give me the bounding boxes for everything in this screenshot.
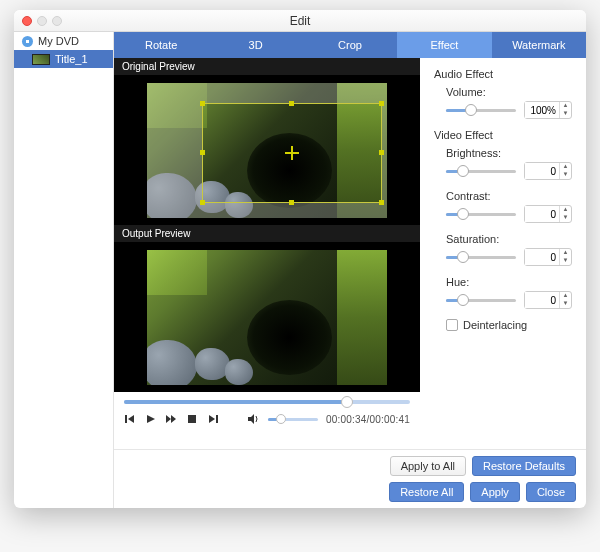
svg-rect-5: [188, 415, 196, 423]
restore-defaults-button[interactable]: Restore Defaults: [472, 456, 576, 476]
original-preview[interactable]: [114, 75, 420, 225]
svg-marker-6: [209, 415, 215, 423]
original-video-frame: [147, 83, 387, 218]
progress-slider[interactable]: [124, 400, 410, 404]
close-window-icon[interactable]: [22, 16, 32, 26]
tab-effect[interactable]: Effect: [397, 32, 491, 58]
video-effect-title: Video Effect: [434, 129, 572, 141]
crop-handle[interactable]: [200, 150, 205, 155]
window-title: Edit: [14, 14, 586, 28]
apply-button[interactable]: Apply: [470, 482, 520, 502]
audio-effect-title: Audio Effect: [434, 68, 572, 80]
sidebar: My DVD Title_1: [14, 32, 114, 508]
brightness-spinner[interactable]: ▲▼: [524, 162, 572, 180]
tab-crop[interactable]: Crop: [303, 32, 397, 58]
svg-marker-2: [147, 415, 155, 423]
fast-forward-button[interactable]: [165, 412, 178, 426]
stepper-down-icon[interactable]: ▼: [560, 171, 571, 179]
stepper-down-icon[interactable]: ▼: [560, 257, 571, 265]
svg-rect-0: [125, 415, 127, 423]
contrast-input[interactable]: [525, 206, 559, 222]
stepper-up-icon[interactable]: ▲: [560, 163, 571, 171]
volume-icon[interactable]: [248, 412, 261, 426]
sidebar-root-label: My DVD: [38, 35, 79, 47]
tab-3d[interactable]: 3D: [208, 32, 302, 58]
deinterlacing-checkbox[interactable]: [446, 319, 458, 331]
edit-window: Edit My DVD Title_1 Rotate 3D Crop Effec…: [14, 10, 586, 508]
effects-panel: Audio Effect Volume: ▲▼ Video Effect Bri…: [420, 58, 586, 449]
svg-marker-8: [248, 414, 254, 424]
volume-spinner[interactable]: ▲▼: [524, 101, 572, 119]
bottom-bar: Apply to All Restore Defaults Restore Al…: [114, 449, 586, 508]
disc-icon: [22, 36, 33, 47]
crop-handle[interactable]: [289, 200, 294, 205]
hue-input[interactable]: [525, 292, 559, 308]
tabs: Rotate 3D Crop Effect Watermark: [114, 32, 586, 58]
contrast-label: Contrast:: [446, 190, 572, 202]
deinterlacing-label: Deinterlacing: [463, 319, 527, 331]
stepper-down-icon[interactable]: ▼: [560, 300, 571, 308]
crop-handle[interactable]: [200, 200, 205, 205]
crop-handle[interactable]: [200, 101, 205, 106]
hue-slider[interactable]: [446, 299, 516, 302]
hue-label: Hue:: [446, 276, 572, 288]
saturation-slider[interactable]: [446, 256, 516, 259]
saturation-spinner[interactable]: ▲▼: [524, 248, 572, 266]
crop-handle[interactable]: [379, 101, 384, 106]
crop-overlay[interactable]: [202, 103, 382, 203]
svg-rect-7: [216, 415, 218, 423]
volume-thumb[interactable]: [276, 414, 286, 424]
player-bar: 00:00:34/00:00:41: [114, 392, 420, 432]
brightness-input[interactable]: [525, 163, 559, 179]
svg-marker-3: [166, 415, 171, 423]
volume-slider[interactable]: [268, 418, 318, 421]
sidebar-item-label: Title_1: [55, 53, 88, 65]
volume-label: Volume:: [446, 86, 572, 98]
stepper-up-icon[interactable]: ▲: [560, 206, 571, 214]
crop-handle[interactable]: [379, 150, 384, 155]
saturation-input[interactable]: [525, 249, 559, 265]
volume-input[interactable]: [525, 102, 559, 118]
titlebar: Edit: [14, 10, 586, 32]
window-controls: [22, 16, 62, 26]
stepper-down-icon[interactable]: ▼: [560, 214, 571, 222]
original-preview-label: Original Preview: [114, 58, 420, 75]
crop-center-icon[interactable]: [285, 146, 299, 160]
stepper-down-icon[interactable]: ▼: [560, 110, 571, 118]
output-video-frame: [147, 250, 387, 385]
play-button[interactable]: [145, 412, 158, 426]
tab-watermark[interactable]: Watermark: [492, 32, 586, 58]
sidebar-item-title[interactable]: Title_1: [14, 50, 113, 68]
output-preview-label: Output Preview: [114, 225, 420, 242]
preview-column: Original Preview: [114, 58, 420, 449]
zoom-window-icon[interactable]: [52, 16, 62, 26]
time-display: 00:00:34/00:00:41: [326, 414, 410, 425]
restore-all-button[interactable]: Restore All: [389, 482, 464, 502]
next-button[interactable]: [207, 412, 220, 426]
apply-to-all-button[interactable]: Apply to All: [390, 456, 466, 476]
stepper-up-icon[interactable]: ▲: [560, 249, 571, 257]
contrast-spinner[interactable]: ▲▼: [524, 205, 572, 223]
volume-effect-slider[interactable]: [446, 109, 516, 112]
hue-spinner[interactable]: ▲▼: [524, 291, 572, 309]
stop-button[interactable]: [186, 412, 199, 426]
tab-rotate[interactable]: Rotate: [114, 32, 208, 58]
saturation-label: Saturation:: [446, 233, 572, 245]
svg-marker-1: [128, 415, 134, 423]
thumbnail-icon: [32, 54, 50, 65]
minimize-window-icon[interactable]: [37, 16, 47, 26]
svg-marker-4: [171, 415, 176, 423]
prev-button[interactable]: [124, 412, 137, 426]
stepper-up-icon[interactable]: ▲: [560, 102, 571, 110]
brightness-slider[interactable]: [446, 170, 516, 173]
sidebar-root[interactable]: My DVD: [14, 32, 113, 50]
stepper-up-icon[interactable]: ▲: [560, 292, 571, 300]
crop-handle[interactable]: [289, 101, 294, 106]
brightness-label: Brightness:: [446, 147, 572, 159]
close-button[interactable]: Close: [526, 482, 576, 502]
output-preview: [114, 242, 420, 392]
contrast-slider[interactable]: [446, 213, 516, 216]
crop-handle[interactable]: [379, 200, 384, 205]
progress-thumb[interactable]: [341, 396, 353, 408]
